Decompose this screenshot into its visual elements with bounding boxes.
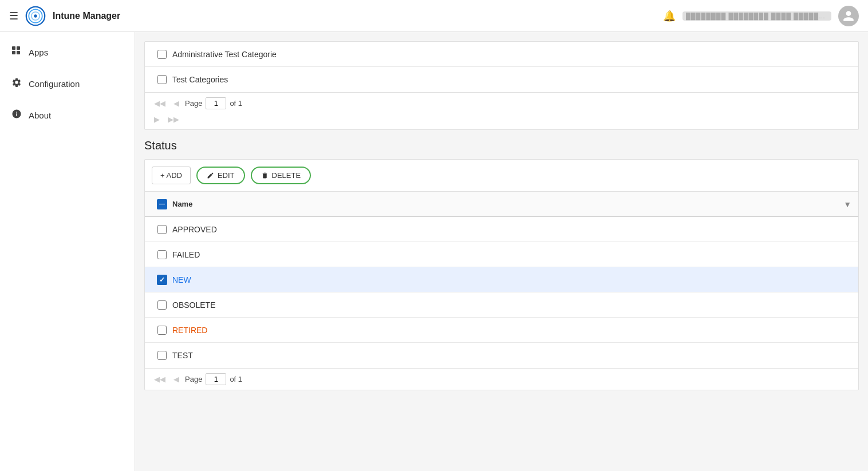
upper-table-scroll[interactable]: Administrative Test Categorie Test Categ… — [145, 42, 858, 92]
row-checkbox-obsolete[interactable] — [157, 300, 167, 310]
header-checkbox-minus[interactable] — [157, 199, 167, 209]
user-info: ████████ ████████ ████ ████████████ ████… — [682, 11, 831, 21]
filter-icon[interactable]: ▼ — [843, 200, 851, 209]
status-page-label: Page — [185, 375, 202, 383]
upper-pagination-next: ▶ ▶▶ — [145, 114, 858, 129]
bell-icon[interactable]: 🔔 — [663, 10, 676, 22]
first-page-btn[interactable]: ◀◀ — [152, 98, 168, 109]
svg-rect-7 — [17, 51, 20, 54]
status-title: Status — [144, 139, 859, 152]
table-row[interactable]: Test Categories — [145, 67, 858, 92]
header-checkbox-cell[interactable] — [152, 199, 172, 209]
configuration-icon — [11, 77, 22, 90]
row-name-new: NEW — [172, 275, 851, 284]
row-checkbox-approved[interactable] — [157, 225, 167, 234]
row-checkbox-test[interactable] — [157, 351, 167, 360]
edit-label: EDIT — [218, 171, 235, 180]
checkbox-cell-retired[interactable] — [152, 326, 172, 335]
checkbox-cell-2[interactable] — [152, 75, 172, 84]
status-prev-page-btn[interactable]: ◀ — [171, 374, 182, 385]
svg-rect-6 — [12, 51, 15, 54]
checkbox-cell-test[interactable] — [152, 351, 172, 360]
sidebar-item-about[interactable]: About — [0, 100, 135, 131]
delete-button[interactable]: DELETE — [251, 167, 311, 184]
sidebar-item-about-label: About — [29, 110, 51, 120]
delete-label: DELETE — [272, 171, 301, 180]
checkbox-cell-approved[interactable] — [152, 225, 172, 234]
row-checkbox-1[interactable] — [157, 50, 167, 59]
status-page-number-input[interactable] — [206, 373, 226, 385]
row-name-retired: RETIRED — [172, 326, 851, 335]
status-pagination: ◀◀ ◀ Page of 1 — [145, 368, 858, 390]
status-section: Status + ADD EDIT DELETE — [144, 139, 859, 390]
table-row[interactable]: RETIRED — [145, 318, 858, 343]
checkbox-cell-obsolete[interactable] — [152, 300, 172, 310]
table-row-selected[interactable]: NEW — [145, 267, 858, 292]
topbar: ☰ Intune Manager 🔔 ████████ ████████ ███… — [0, 0, 868, 32]
app-logo — [25, 6, 46, 26]
apps-icon — [11, 46, 22, 59]
status-table-panel: + ADD EDIT DELETE Name — [144, 159, 859, 390]
sidebar-item-apps-label: Apps — [29, 48, 48, 57]
row-name-2: Test Categories — [172, 75, 851, 84]
checkbox-cell-failed[interactable] — [152, 250, 172, 259]
sidebar-item-apps[interactable]: Apps — [0, 37, 135, 68]
app-title: Intune Manager — [53, 11, 656, 21]
table-row[interactable]: Administrative Test Categorie — [145, 42, 858, 67]
row-name-approved: APPROVED — [172, 225, 851, 234]
status-table-scroll[interactable]: APPROVED FAILED NEW — [145, 217, 858, 368]
about-icon — [11, 109, 22, 122]
checkbox-cell-new[interactable] — [152, 275, 172, 285]
status-toolbar: + ADD EDIT DELETE — [145, 160, 858, 192]
body-layout: Apps Configuration About Administra — [0, 32, 868, 471]
hamburger-icon[interactable]: ☰ — [9, 10, 18, 22]
next-page-btn[interactable]: ▶ — [152, 114, 162, 125]
row-checkbox-failed[interactable] — [157, 250, 167, 259]
sidebar: Apps Configuration About — [0, 32, 135, 471]
header-name-col: Name — [172, 200, 843, 208]
row-name-obsolete: OBSOLETE — [172, 300, 851, 310]
svg-point-3 — [34, 14, 37, 17]
add-button[interactable]: + ADD — [152, 167, 191, 184]
svg-rect-5 — [17, 46, 20, 50]
svg-rect-4 — [12, 46, 15, 50]
page-label: Page — [185, 99, 202, 108]
sidebar-item-configuration[interactable]: Configuration — [0, 68, 135, 100]
table-row[interactable]: TEST — [145, 343, 858, 368]
upper-pagination: ◀◀ ◀ Page of 1 — [145, 92, 858, 114]
table-row[interactable]: OBSOLETE — [145, 292, 858, 318]
row-checkbox-2[interactable] — [157, 75, 167, 84]
row-name-1: Administrative Test Categorie — [172, 50, 851, 59]
row-checkbox-retired[interactable] — [157, 326, 167, 335]
table-row[interactable]: FAILED — [145, 242, 858, 267]
of-label: of 1 — [230, 99, 242, 108]
prev-page-btn[interactable]: ◀ — [171, 98, 182, 109]
row-name-failed: FAILED — [172, 250, 851, 259]
main-content: Administrative Test Categorie Test Categ… — [135, 32, 868, 471]
edit-button[interactable]: EDIT — [196, 167, 245, 184]
row-checkbox-new-checked[interactable] — [157, 275, 167, 285]
row-name-test: TEST — [172, 351, 851, 360]
avatar[interactable] — [838, 6, 859, 26]
upper-table-panel: Administrative Test Categorie Test Categ… — [144, 41, 859, 130]
last-page-btn[interactable]: ▶▶ — [165, 114, 182, 125]
status-of-label: of 1 — [230, 375, 242, 383]
status-table-header: Name ▼ — [145, 192, 858, 217]
page-number-input[interactable] — [206, 97, 226, 109]
sidebar-item-configuration-label: Configuration — [29, 79, 80, 89]
checkbox-cell-1[interactable] — [152, 50, 172, 59]
status-first-page-btn[interactable]: ◀◀ — [152, 374, 168, 385]
table-row[interactable]: APPROVED — [145, 217, 858, 242]
